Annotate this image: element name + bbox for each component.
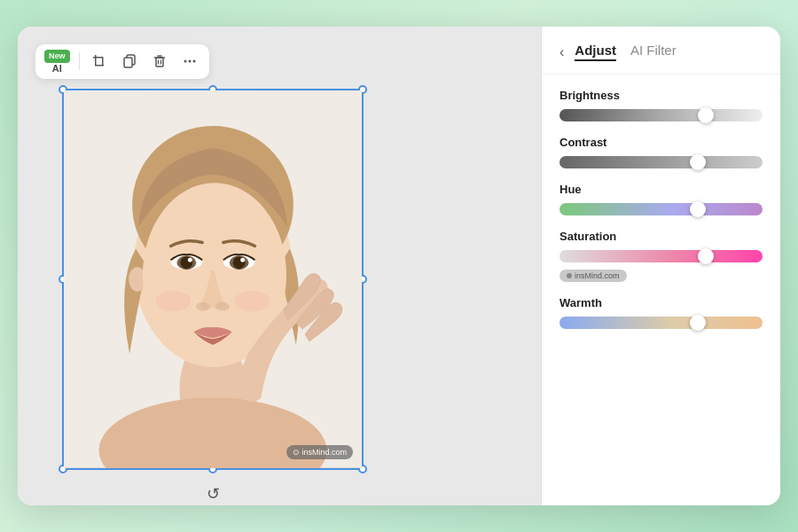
crop-icon[interactable] <box>89 51 110 72</box>
brightness-thumb[interactable] <box>698 107 714 123</box>
back-icon[interactable]: ‹ <box>559 44 564 60</box>
saturation-thumb[interactable] <box>698 248 714 264</box>
svg-point-30 <box>215 302 230 311</box>
trash-icon[interactable] <box>149 51 170 72</box>
svg-rect-6 <box>156 58 163 66</box>
hue-label: Hue <box>559 183 763 196</box>
warmth-label: Warmth <box>559 296 763 309</box>
svg-point-11 <box>184 60 186 63</box>
svg-point-28 <box>240 258 245 262</box>
svg-point-31 <box>156 291 192 312</box>
insmind-dot <box>567 273 572 278</box>
svg-point-24 <box>188 258 192 262</box>
image-canvas: ⊙ insMind.com <box>64 90 362 468</box>
warmth-thumb[interactable] <box>690 315 706 331</box>
saturation-label: Saturation <box>559 230 763 243</box>
brightness-label: Brightness <box>559 89 763 102</box>
toolbar-divider <box>79 52 80 70</box>
right-panel: ‹ Adjust AI Filter Brightness Contrast <box>541 27 780 505</box>
new-ai-badge: New AI <box>44 50 70 74</box>
app-container: New AI <box>18 27 780 505</box>
insmind-label: insMind.com <box>575 271 620 280</box>
contrast-thumb[interactable] <box>690 154 706 170</box>
contrast-label: Contrast <box>559 136 763 149</box>
adjustment-hue: Hue <box>559 183 763 215</box>
adjustments-list: Brightness Contrast Hue <box>542 74 780 505</box>
panel-tabs: Adjust AI Filter <box>575 43 676 61</box>
svg-rect-2 <box>102 57 104 66</box>
more-icon[interactable] <box>179 51 200 72</box>
adjustment-contrast: Contrast <box>559 136 763 168</box>
svg-point-32 <box>235 291 270 312</box>
contrast-slider[interactable] <box>559 156 763 168</box>
insmind-saturation-pill: insMind.com <box>559 270 627 282</box>
ai-label: AI <box>52 63 62 74</box>
svg-point-13 <box>192 60 195 63</box>
svg-rect-0 <box>95 55 97 66</box>
svg-rect-5 <box>124 58 132 67</box>
watermark: ⊙ insMind.com <box>286 445 353 459</box>
svg-rect-3 <box>93 57 102 59</box>
copy-icon[interactable] <box>119 51 140 72</box>
brightness-slider[interactable] <box>559 109 763 121</box>
hue-slider[interactable] <box>559 203 763 215</box>
saturation-slider[interactable] <box>559 250 763 262</box>
toolbar: New AI <box>35 44 209 79</box>
tab-ai-filter[interactable]: AI Filter <box>630 43 677 61</box>
adjustment-brightness: Brightness <box>559 89 763 121</box>
rotate-handle[interactable]: ↺ <box>207 484 220 504</box>
svg-point-12 <box>188 60 191 63</box>
warmth-slider[interactable] <box>559 317 763 329</box>
canvas-area: New AI <box>18 27 541 505</box>
svg-point-29 <box>196 302 210 311</box>
adjustment-saturation: Saturation insMind.com <box>559 230 763 282</box>
hue-thumb[interactable] <box>690 201 706 217</box>
new-label: New <box>44 50 70 63</box>
image-frame: ⊙ insMind.com ↺ <box>62 89 364 470</box>
panel-header: ‹ Adjust AI Filter <box>542 27 780 74</box>
adjustment-warmth: Warmth <box>559 296 763 329</box>
tab-adjust[interactable]: Adjust <box>575 43 616 61</box>
